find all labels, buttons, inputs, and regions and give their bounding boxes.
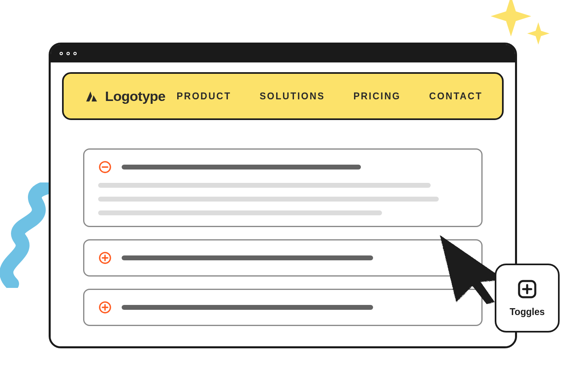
accordion-item-3 — [83, 289, 483, 326]
content-placeholder — [122, 305, 373, 310]
nav-item-solutions[interactable]: SOLUTIONS — [260, 91, 325, 102]
accordion-header[interactable] — [98, 160, 468, 174]
site-header: Logotype PRODUCT SOLUTIONS PRICING CONTA… — [62, 72, 504, 120]
content-placeholder — [98, 197, 439, 202]
plus-square-icon — [517, 279, 537, 299]
plus-circle-icon — [98, 300, 112, 314]
accordion-header[interactable] — [98, 251, 468, 265]
minus-circle-icon — [98, 160, 112, 174]
nav-item-product[interactable]: PRODUCT — [177, 91, 232, 102]
logo-icon — [83, 88, 99, 104]
window-control-dot — [73, 52, 77, 55]
accordion-item-2 — [83, 239, 483, 277]
sparkle-icon — [491, 0, 531, 36]
content-placeholder — [122, 165, 361, 169]
toggles-component-badge[interactable]: Toggles — [495, 264, 560, 333]
logo[interactable]: Logotype — [83, 88, 165, 104]
content-placeholder — [98, 183, 431, 188]
window-control-dot — [60, 52, 63, 55]
main-nav: PRODUCT SOLUTIONS PRICING CONTACT — [177, 91, 483, 102]
window-control-dot — [67, 52, 70, 55]
content-placeholder — [98, 210, 382, 215]
toggles-label: Toggles — [510, 307, 545, 318]
accordion-item-1 — [83, 148, 483, 227]
plus-circle-icon — [98, 251, 112, 265]
window-title-bar — [51, 45, 515, 62]
nav-item-contact[interactable]: CONTACT — [429, 91, 483, 102]
decorative-squiggle — [0, 182, 57, 288]
content-placeholder — [122, 255, 373, 260]
nav-item-pricing[interactable]: PRICING — [353, 91, 401, 102]
accordion-header[interactable] — [98, 300, 468, 314]
logo-text: Logotype — [105, 88, 165, 104]
sparkle-icon — [527, 22, 549, 45]
